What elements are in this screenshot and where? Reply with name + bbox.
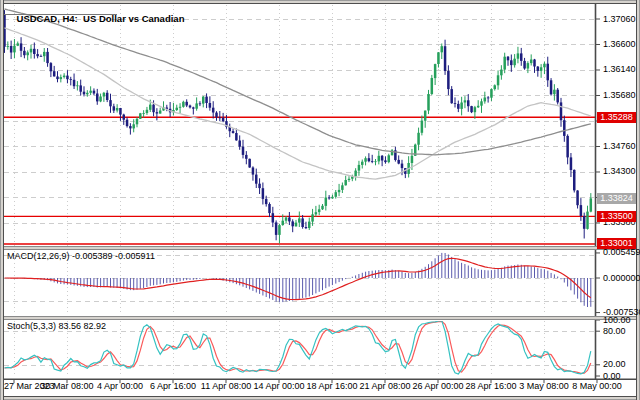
macd-histogram [5, 253, 591, 307]
macd-indicator-name: MACD(12,26,9) [7, 251, 70, 261]
panel-separator-main-macd[interactable] [4, 246, 636, 250]
price-tick-label: 1.34300 [603, 166, 636, 177]
price-tick-label: 1.34760 [603, 141, 636, 152]
time-axis[interactable]: 27 Mar 202330 Mar 08:004 Apr 00:006 Apr … [4, 381, 637, 396]
stoch-indicator-name: Stoch(5,3,3) [7, 321, 56, 331]
window-frame-bottom [0, 396, 640, 400]
price-badge-1.35288: 1.35288 [597, 112, 636, 123]
price-tick-label: 1.36140 [603, 64, 636, 75]
macd-tick-label: 0.000000 [603, 273, 640, 284]
panel-separator-macd-stoch[interactable] [4, 316, 636, 320]
chart-title: USDCAD, H4: US Dollar vs Canadian [6, 2, 184, 35]
stoch-tick-label: 100.00 [603, 315, 631, 326]
price-badge-1.33001: 1.33001 [597, 238, 636, 249]
price-badge-1.33824: 1.33824 [597, 193, 636, 204]
stoch-tick-label: 20.00 [603, 359, 626, 370]
stoch-tick-label: 0.00 [603, 371, 621, 382]
stoch-tick-label: 80.00 [603, 326, 626, 337]
price-tick-label: 1.37060 [603, 14, 636, 25]
time-tick-label: 8 May 00:00 [562, 381, 632, 391]
price-tick-label: 1.36600 [603, 39, 636, 50]
macd-indicator-values: -0.005389 -0.005911 [72, 251, 155, 261]
macd-indicator-label: MACD(12,26,9) -0.005389 -0.005911 [7, 251, 155, 261]
chart-window: USDCAD, H4: US Dollar vs Canadian MACD(1… [0, 0, 640, 400]
ma-fast [5, 28, 591, 179]
price-axis[interactable]: 1.370601.366001.361401.356801.352201.347… [596, 4, 638, 380]
window-frame-left [0, 0, 4, 400]
stoch-indicator-values: 83.56 82.92 [59, 321, 107, 331]
price-badge-1.33500: 1.33500 [597, 211, 636, 222]
price-tick-label: 1.35680 [603, 90, 636, 101]
chart-canvas[interactable] [0, 0, 640, 400]
stoch-indicator-label: Stoch(5,3,3) 83.56 82.92 [7, 321, 106, 331]
title-underline [4, 14, 117, 15]
